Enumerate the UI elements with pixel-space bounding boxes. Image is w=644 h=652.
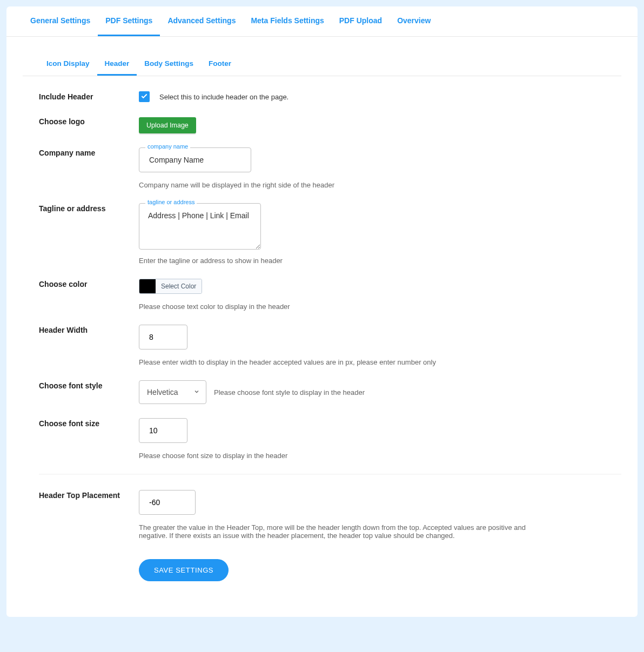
label-choose-logo: Choose logo <box>39 116 139 126</box>
tab-pdf-settings[interactable]: PDF Settings <box>98 6 160 36</box>
tagline-float-label: tagline or address <box>145 199 197 205</box>
tab-overview[interactable]: Overview <box>390 6 438 36</box>
label-header-top: Header Top Placement <box>39 490 139 500</box>
font-size-input[interactable] <box>139 418 187 443</box>
label-header-width: Header Width <box>39 325 139 334</box>
subtab-body-settings[interactable]: Body Settings <box>137 52 201 76</box>
company-name-helper: Company name will be displayed in the ri… <box>139 181 621 189</box>
include-header-description: Select this to include header on the pag… <box>159 93 289 101</box>
tab-advanced-settings[interactable]: Advanced Settings <box>160 6 243 36</box>
font-style-helper: Please choose font style to display in t… <box>214 388 365 396</box>
tagline-helper: Enter the tagline or address to show in … <box>139 257 621 265</box>
label-choose-color: Choose color <box>39 279 139 288</box>
panel-body: Icon Display Header Body Settings Footer… <box>6 37 638 617</box>
include-header-checkbox[interactable] <box>139 91 150 102</box>
header-width-input[interactable] <box>139 325 187 349</box>
color-picker[interactable]: Select Color <box>139 279 202 294</box>
tagline-textarea[interactable] <box>139 203 261 250</box>
font-style-select[interactable]: Helvetica <box>139 380 206 404</box>
header-top-input[interactable] <box>139 490 196 515</box>
tab-pdf-upload[interactable]: PDF Upload <box>332 6 390 36</box>
font-size-helper: Please choose font size to display in th… <box>139 452 621 460</box>
select-color-button[interactable]: Select Color <box>156 279 202 293</box>
label-font-style: Choose font style <box>39 380 139 390</box>
label-include-header: Include Header <box>39 91 139 101</box>
tab-general-settings[interactable]: General Settings <box>23 6 98 36</box>
header-width-helper: Please enter width to display in the hea… <box>139 358 621 366</box>
label-font-size: Choose font size <box>39 418 139 428</box>
company-name-input[interactable] <box>139 147 251 172</box>
upload-image-button[interactable]: Upload Image <box>139 117 196 133</box>
tab-meta-fields-settings[interactable]: Meta Fields Settings <box>243 6 331 36</box>
check-icon <box>140 92 148 102</box>
subtab-icon-display[interactable]: Icon Display <box>39 52 97 76</box>
subtab-header[interactable]: Header <box>97 52 137 76</box>
header-settings-form: Include Header Select this to include he… <box>23 76 621 581</box>
color-helper: Please choose text color to display in t… <box>139 303 621 311</box>
header-top-helper: The greater the value in the Header Top,… <box>139 523 533 540</box>
color-swatch <box>139 279 156 293</box>
subtab-footer[interactable]: Footer <box>201 52 239 76</box>
save-settings-button[interactable]: SAVE SETTINGS <box>139 559 229 581</box>
company-name-float-label: company name <box>145 143 190 150</box>
settings-panel: General Settings PDF Settings Advanced S… <box>6 6 638 617</box>
label-company-name: Company name <box>39 147 139 157</box>
sub-tabs: Icon Display Header Body Settings Footer <box>23 52 621 76</box>
divider <box>39 474 621 475</box>
main-tabs: General Settings PDF Settings Advanced S… <box>6 6 638 37</box>
label-tagline: Tagline or address <box>39 203 139 213</box>
